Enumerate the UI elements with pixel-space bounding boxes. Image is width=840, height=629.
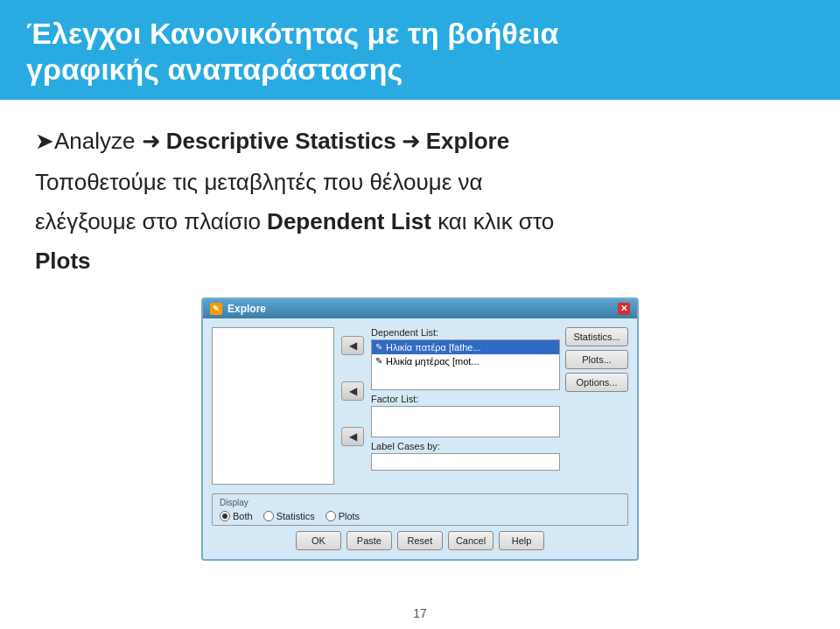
- radio-both-label: Both: [233, 511, 253, 521]
- radio-plots-circle[interactable]: [326, 511, 336, 521]
- move-right-button-3[interactable]: ◀: [341, 427, 364, 446]
- dep-item-1[interactable]: ✎ Ηλικία πατέρα [fathe...: [372, 340, 559, 354]
- dialog-titlebar: ✎ Explore ✕: [203, 299, 637, 318]
- dep-item-2[interactable]: ✎ Ηλικία μητέρας [mot...: [372, 354, 559, 368]
- explore-dialog: ✎ Explore ✕ ◀ ◀ ◀: [201, 297, 639, 561]
- help-button[interactable]: Help: [499, 531, 544, 550]
- analyze-text: ➤Analyze ➜: [35, 124, 161, 158]
- side-buttons-panel: Statistics... Plots... Options...: [565, 327, 628, 485]
- paste-button[interactable]: Paste: [346, 531, 392, 550]
- dialog-title: Explore: [228, 303, 266, 315]
- display-label: Display: [220, 498, 620, 507]
- dependent-list-label: Dependent List:: [371, 327, 560, 338]
- radio-both[interactable]: Both: [220, 511, 253, 521]
- factor-list-group: Factor List:: [371, 394, 560, 437]
- descriptive-stats-text: Descriptive Statistics: [166, 124, 396, 158]
- dependent-list-box[interactable]: ✎ Ηλικία πατέρα [fathe... ✎ Ηλικία μητέρ…: [371, 339, 560, 390]
- header: Έλεγχοι Κανονικότητας με τη βοήθεια γραφ…: [0, 0, 840, 100]
- dialog-body: ◀ ◀ ◀ Dependent List: ✎: [203, 318, 637, 493]
- radio-both-circle[interactable]: [220, 511, 230, 521]
- label-cases-label: Label Cases by:: [371, 441, 560, 451]
- fields-section: Dependent List: ✎ Ηλικία πατέρα [fathe..…: [371, 327, 560, 485]
- label-cases-box[interactable]: [371, 453, 560, 471]
- text-line3: ελέγξουμε στο πλαίσιο Dependent List και…: [35, 205, 805, 239]
- radio-statistics-label: Statistics: [276, 511, 315, 521]
- dependent-list-group: Dependent List: ✎ Ηλικία πατέρα [fathe..…: [371, 327, 560, 390]
- bottom-buttons-panel: OK Paste Reset Cancel Help: [203, 531, 637, 559]
- radio-plots-label: Plots: [339, 511, 360, 521]
- explore-text: Explore: [426, 124, 509, 158]
- radio-plots[interactable]: Plots: [326, 511, 360, 521]
- options-button[interactable]: Options...: [565, 373, 628, 392]
- dialog-close-button[interactable]: ✕: [618, 303, 630, 315]
- ok-button[interactable]: OK: [296, 531, 341, 550]
- left-variable-list[interactable]: [212, 327, 334, 485]
- dep-item-2-icon: ✎: [375, 356, 382, 366]
- dep-item-1-icon: ✎: [375, 342, 382, 352]
- cancel-button[interactable]: Cancel: [448, 531, 494, 550]
- display-section: Display Both Statistics Plots: [212, 493, 628, 526]
- radio-statistics[interactable]: Statistics: [263, 511, 315, 521]
- header-title: Έλεγχοι Κανονικότητας με τη βοήθεια γραφ…: [26, 16, 814, 87]
- titlebar-left: ✎ Explore: [210, 303, 266, 315]
- radio-group: Both Statistics Plots: [220, 511, 620, 521]
- plots-button[interactable]: Plots...: [565, 350, 628, 369]
- arrow2: ➜: [402, 124, 421, 158]
- dialog-app-icon: ✎: [210, 303, 222, 315]
- arrow-buttons-panel: ◀ ◀ ◀: [341, 327, 364, 485]
- right-panel: Dependent List: ✎ Ηλικία πατέρα [fathe..…: [371, 327, 628, 485]
- dialog-wrapper: ✎ Explore ✕ ◀ ◀ ◀: [35, 297, 805, 561]
- statistics-button[interactable]: Statistics...: [565, 327, 628, 346]
- reset-button[interactable]: Reset: [397, 531, 443, 550]
- factor-list-box[interactable]: [371, 406, 560, 437]
- text-line2: Τοποθετούμε τις μεταβλητές που θέλουμε ν…: [35, 165, 805, 199]
- text-line1: ➤Analyze ➜ Descriptive Statistics ➜ Expl…: [35, 124, 805, 158]
- label-cases-group: Label Cases by:: [371, 441, 560, 471]
- factor-list-label: Factor List:: [371, 394, 560, 404]
- radio-statistics-circle[interactable]: [263, 511, 274, 521]
- page-number: 17: [413, 606, 427, 620]
- main-content: ➤Analyze ➜ Descriptive Statistics ➜ Expl…: [0, 100, 840, 578]
- move-right-button-2[interactable]: ◀: [341, 381, 364, 401]
- move-right-button-1[interactable]: ◀: [341, 336, 364, 355]
- text-plots: Plots: [35, 244, 805, 278]
